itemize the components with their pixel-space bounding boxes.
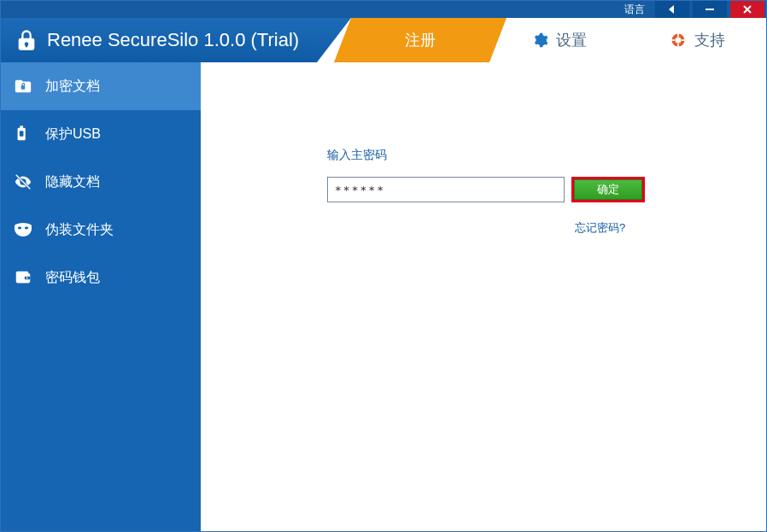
app-title: Renee SecureSilo 1.0.0 (Trial) — [47, 29, 299, 51]
sidebar-item-label: 密码钱包 — [45, 269, 100, 287]
app-window: 语言 Renee SecureSilo 1.0.0 (Trial — [0, 0, 767, 532]
svg-rect-11 — [20, 131, 24, 136]
sidebar-item-password-wallet[interactable]: 密码钱包 — [1, 254, 201, 301]
eye-off-icon — [13, 172, 33, 192]
window-topbar: 语言 — [1, 1, 766, 18]
close-icon — [741, 3, 753, 15]
svg-rect-5 — [677, 44, 679, 47]
svg-point-3 — [676, 38, 682, 44]
main-panel: 输入主密码 确定 忘记密码? — [201, 62, 766, 531]
sidebar-item-label: 伪装文件夹 — [45, 221, 114, 239]
sidebar-item-hide-files[interactable]: 隐藏文档 — [1, 158, 201, 206]
close-button[interactable] — [730, 1, 764, 18]
master-password-input[interactable] — [327, 177, 565, 202]
sidebar-item-disguise-folder[interactable]: 伪装文件夹 — [1, 206, 201, 254]
lifebuoy-icon — [669, 31, 688, 50]
triangle-left-icon — [667, 4, 677, 15]
tab-support-label: 支持 — [694, 30, 725, 50]
body: 加密文档 保护USB 隐藏文档 伪装文件夹 — [1, 62, 766, 531]
svg-rect-8 — [21, 85, 26, 90]
minimize-icon — [704, 3, 716, 15]
tab-register-label: 注册 — [405, 30, 436, 50]
svg-marker-0 — [669, 5, 674, 14]
svg-rect-1 — [706, 9, 714, 10]
tab-support[interactable]: 支持 — [628, 18, 766, 62]
ok-button-label: 确定 — [597, 182, 619, 197]
svg-rect-7 — [682, 39, 685, 41]
header-tabs: 注册 设置 支持 — [351, 18, 766, 62]
tab-settings[interactable]: 设置 — [489, 18, 628, 62]
password-row: 确定 — [327, 177, 652, 202]
password-prompt-label: 输入主密码 — [327, 148, 652, 163]
sidebar-item-encrypt-files[interactable]: 加密文档 — [1, 62, 201, 110]
svg-rect-6 — [671, 39, 675, 41]
usb-icon — [13, 124, 33, 144]
ok-button-highlight: 确定 — [571, 177, 645, 202]
gear-icon — [530, 31, 549, 50]
svg-rect-4 — [677, 33, 679, 37]
sidebar-item-label: 隐藏文档 — [45, 173, 100, 191]
mask-icon — [13, 219, 33, 240]
svg-point-14 — [18, 227, 21, 230]
tab-settings-label: 设置 — [556, 30, 587, 50]
language-button[interactable]: 语言 — [618, 1, 652, 18]
svg-point-17 — [26, 278, 28, 279]
folder-lock-icon — [13, 76, 33, 96]
forgot-password-link[interactable]: 忘记密码? — [575, 221, 625, 234]
ok-button[interactable]: 确定 — [574, 179, 642, 200]
sidebar-item-label: 加密文档 — [45, 78, 100, 96]
title-block: Renee SecureSilo 1.0.0 (Trial) — [1, 18, 351, 62]
sidebar-item-protect-usb[interactable]: 保护USB — [1, 110, 201, 158]
header: Renee SecureSilo 1.0.0 (Trial) 注册 设置 — [1, 18, 766, 62]
password-form: 输入主密码 确定 忘记密码? — [327, 148, 652, 236]
sidebar-item-label: 保护USB — [45, 126, 101, 143]
svg-point-15 — [25, 227, 28, 230]
sidebar: 加密文档 保护USB 隐藏文档 伪装文件夹 — [1, 62, 201, 531]
lock-icon — [15, 28, 38, 52]
svg-rect-10 — [20, 126, 23, 128]
back-button[interactable] — [655, 1, 689, 18]
language-label: 语言 — [624, 3, 645, 17]
forgot-row: 忘记密码? — [327, 219, 652, 236]
wallet-icon — [13, 267, 33, 288]
minimize-button[interactable] — [693, 1, 727, 18]
tab-register[interactable]: 注册 — [351, 18, 489, 62]
